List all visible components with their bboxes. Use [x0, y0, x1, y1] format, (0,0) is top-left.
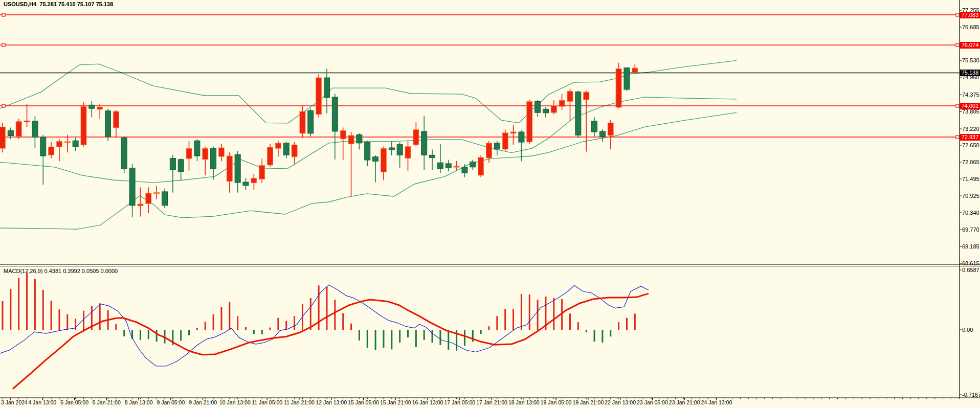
candle	[502, 129, 508, 151]
time-axis-label: 23 Jan 21:00	[669, 399, 700, 405]
candle	[397, 142, 403, 168]
time-axis-label: 17 Jan 05:00	[444, 399, 475, 405]
time-axis-label: 3 Jan 2024	[1, 399, 28, 405]
candle	[332, 94, 338, 160]
candle	[567, 88, 573, 121]
candle	[430, 149, 435, 170]
candle	[32, 116, 38, 148]
candle	[64, 135, 70, 152]
candle	[454, 161, 459, 170]
time-axis-label: 15 Jan 21:00	[380, 399, 411, 405]
price-axis-label: 72.065	[962, 159, 979, 165]
time-axis-label: 8 Jan 13:00	[125, 399, 153, 405]
candle	[316, 74, 322, 117]
candle	[308, 108, 314, 136]
candle	[608, 120, 613, 149]
candle	[421, 116, 427, 171]
candle	[365, 141, 370, 166]
time-axis-label: 18 Jan 13:00	[508, 399, 540, 405]
candle	[259, 158, 265, 183]
candle	[178, 158, 184, 180]
candle	[235, 151, 240, 192]
level-line-handle	[2, 43, 5, 47]
candle	[81, 102, 86, 147]
time-axis-label: 16 Jan 13:00	[412, 399, 443, 405]
level-price-badge: 77.083	[960, 12, 980, 18]
candle	[599, 129, 605, 142]
candle	[275, 141, 281, 157]
macd-axis-label: 0.6587	[962, 267, 979, 273]
level-line-handle	[956, 104, 959, 107]
candle	[113, 110, 119, 138]
time-axis-label: 10 Jan 13:00	[219, 399, 251, 405]
candle	[470, 160, 476, 170]
level-price-badge: 74.001	[960, 103, 980, 109]
macd-indicator-label: MACD(12,26,9) 0.4381 0.3992 0.0505 0.000…	[4, 268, 118, 274]
candle	[584, 91, 589, 152]
price-axis-label: 72.650	[962, 142, 979, 148]
candle	[251, 174, 257, 190]
candle	[218, 144, 224, 161]
price-axis-label: 73.805	[962, 108, 979, 115]
price-axis-label: 69.770	[962, 226, 979, 233]
candle	[154, 186, 160, 199]
macd-main-line	[0, 285, 649, 366]
candle	[616, 63, 621, 108]
candle	[324, 69, 330, 114]
chart-title: USOUSD,H4 75.281 75.410 75.107 75.138	[4, 1, 113, 7]
candle	[340, 127, 346, 160]
candle	[348, 132, 354, 196]
candle	[437, 144, 443, 173]
time-axis-label: 4 Jan 13:00	[28, 399, 56, 405]
candle	[575, 91, 581, 138]
candle	[243, 178, 249, 190]
price-axis-label: 76.685	[962, 24, 979, 30]
time-axis-label: 5 Jan 21:00	[93, 399, 121, 405]
candle	[381, 147, 386, 180]
candle	[121, 137, 127, 173]
candle	[535, 100, 541, 117]
time-axis-label: 19 Jan 05:00	[541, 399, 572, 405]
price-axis-label: 73.220	[962, 126, 979, 132]
candle	[227, 152, 232, 192]
candle	[446, 160, 451, 171]
candle	[292, 142, 297, 164]
band-middle-line	[0, 97, 737, 183]
price-axis-label: 71.495	[962, 176, 979, 182]
candle	[300, 106, 305, 138]
time-axis-label: 24 Jan 13:00	[701, 399, 732, 405]
candle	[624, 67, 630, 91]
candle	[478, 155, 484, 177]
price-axis-label: 69.185	[962, 243, 979, 250]
current-price-badge: 75.138	[960, 70, 980, 76]
candle	[551, 100, 556, 115]
candle	[0, 123, 6, 152]
candle	[146, 187, 151, 213]
candle	[268, 144, 273, 167]
candle	[162, 189, 168, 208]
candle	[389, 141, 394, 155]
level-price-badge: 76.074	[960, 42, 980, 49]
candle	[632, 64, 638, 73]
candle	[373, 155, 378, 183]
candle	[211, 147, 216, 180]
macd-axis-label: -0.7167	[962, 392, 980, 398]
time-axis-label: 15 Jan 05:00	[348, 399, 379, 405]
chart-surface[interactable]	[0, 0, 980, 408]
price-axis-label: 75.530	[962, 57, 979, 63]
candle	[97, 104, 103, 119]
time-axis-label: 11 Jan 05:00	[252, 399, 282, 405]
candle	[527, 100, 532, 144]
candle	[203, 147, 208, 175]
trading-chart-window: USOUSD,H4 75.281 75.410 75.107 75.138 MA…	[0, 0, 980, 408]
candle	[592, 117, 597, 136]
candle	[283, 142, 289, 158]
candle	[413, 122, 419, 147]
candle	[170, 155, 175, 192]
candle	[357, 133, 362, 150]
candle	[494, 141, 500, 155]
time-axis-label: 9 Jan 05:00	[157, 399, 185, 405]
price-axis-label: 74.375	[962, 92, 979, 98]
price-axis-label: 70.340	[962, 210, 979, 216]
candle	[105, 108, 111, 141]
